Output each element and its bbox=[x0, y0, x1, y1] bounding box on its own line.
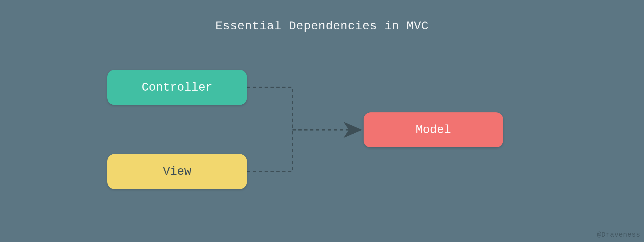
node-controller: Controller bbox=[107, 70, 247, 105]
edge-controller-to-model bbox=[247, 87, 292, 130]
dependency-arrows bbox=[0, 0, 644, 242]
node-view: View bbox=[107, 154, 247, 189]
diagram-title: Essential Dependencies in MVC bbox=[0, 19, 644, 33]
edge-view-to-model bbox=[247, 130, 292, 172]
attribution-text: @Draveness bbox=[597, 231, 640, 239]
node-model: Model bbox=[364, 112, 503, 147]
